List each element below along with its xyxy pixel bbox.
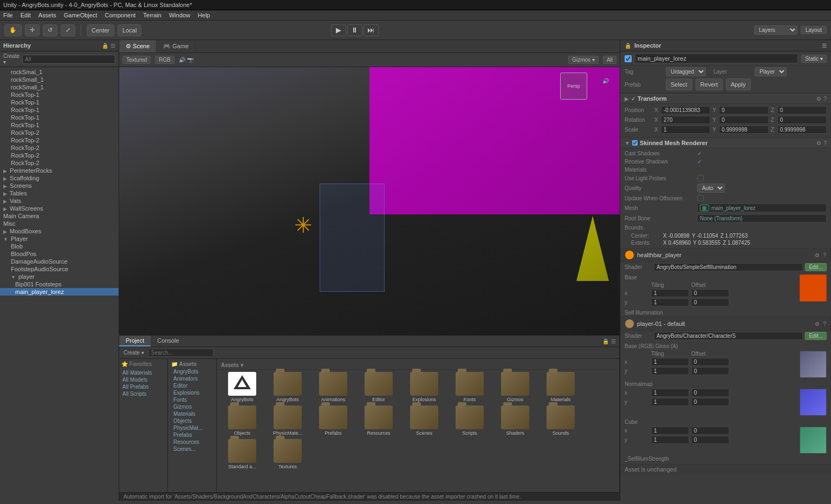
menu-file[interactable]: File (3, 12, 13, 18)
asset-item-fonts[interactable]: Fonts (449, 372, 491, 402)
base1-y-tiling[interactable] (651, 298, 689, 306)
list-item[interactable]: rockSmall_1 (0, 83, 119, 91)
list-item[interactable]: rockSmall_1 (0, 76, 119, 83)
tab-project[interactable]: Project (119, 336, 151, 346)
asset-item-editor[interactable]: Editor (358, 372, 400, 402)
list-item-screens[interactable]: ▶ Screens (0, 182, 119, 189)
project-menu-btn[interactable]: ☰ (611, 338, 616, 344)
fav-all-scripts[interactable]: All Scripts (121, 390, 165, 397)
hierarchy-create-btn[interactable]: Create ▾ (3, 53, 20, 65)
nm-x-offset[interactable] (691, 389, 729, 397)
root-bone-ref[interactable]: None (Transform) (697, 214, 827, 222)
asset-item-scripts[interactable]: Scripts (449, 405, 491, 436)
position-x-input[interactable]: -0.0001139083 (661, 106, 710, 114)
hierarchy-lock-btn[interactable]: 🔒 (102, 43, 108, 49)
menu-component[interactable]: Component (105, 12, 135, 18)
scale-z-input[interactable]: 0.9999998 (777, 126, 827, 134)
step-btn[interactable]: ⏭ (363, 24, 379, 36)
sidebar-prefabs[interactable]: Prefabs (169, 431, 215, 438)
asset-item-objects[interactable]: Objects (221, 405, 263, 436)
gizmo-cube[interactable]: Persp (560, 73, 587, 100)
nm-y-offset[interactable] (691, 398, 729, 406)
list-item[interactable]: RockTop-2 (0, 129, 119, 136)
asset-item-explosions[interactable]: Explosions (403, 372, 445, 402)
tab-scene[interactable]: ⚙ Scene (119, 40, 157, 53)
list-item-bloodpos[interactable]: BloodPos (0, 250, 119, 258)
assets-search-input[interactable] (148, 349, 213, 357)
layout-btn[interactable]: Layout (801, 26, 827, 34)
position-z-input[interactable]: 0 (777, 106, 827, 114)
list-item-wallscreens[interactable]: ▶ WallScreens (0, 205, 119, 212)
base1-x-tiling[interactable] (651, 289, 689, 297)
toolbar-textured[interactable]: Textured (122, 56, 151, 64)
cube-y-offset[interactable] (691, 436, 729, 444)
prefab-select-btn[interactable]: Select (666, 78, 692, 90)
prefab-revert-btn[interactable]: Revert (696, 78, 723, 90)
light-probes-check[interactable] (697, 175, 704, 181)
asset-item-shaders[interactable]: Shaders (494, 405, 536, 436)
sidebar-objects[interactable]: Objects (169, 417, 215, 424)
toolbar-move[interactable]: ✛ (25, 24, 40, 36)
list-item-perimeter-rocks[interactable]: ▶ PerimeterRocks (0, 167, 119, 174)
pivot-center-btn[interactable]: Center (87, 24, 114, 36)
transform-help-icon[interactable]: ? (823, 96, 827, 102)
asset-item-sounds[interactable]: Sounds (540, 405, 582, 436)
list-item-player[interactable]: ▼ Player (0, 235, 119, 243)
rotation-y-input[interactable]: 0 (719, 116, 768, 124)
hierarchy-menu-btn[interactable]: ☰ (111, 43, 115, 49)
base2-x-tiling[interactable] (651, 358, 689, 366)
scene-view[interactable]: 🔊 Persp ✳ (119, 67, 620, 335)
cube-y-tiling[interactable] (651, 436, 689, 444)
asset-item-gizmos[interactable]: Gizmos (494, 372, 536, 402)
fav-all-materials[interactable]: All Materials (121, 369, 165, 376)
material2-help-icon[interactable]: ? (823, 321, 826, 327)
fav-all-prefabs[interactable]: All Prefabs (121, 383, 165, 390)
list-item[interactable]: RockTop-2 (0, 159, 119, 167)
quality-dropdown[interactable]: Auto (697, 184, 725, 193)
static-button[interactable]: Static ▾ (801, 55, 827, 63)
asset-item-resources[interactable]: Resources (358, 405, 400, 436)
list-item-blob[interactable]: Blob (0, 243, 119, 250)
menu-window[interactable]: Window (169, 12, 190, 18)
pivot-local-btn[interactable]: Local (118, 24, 141, 36)
menu-terrain[interactable]: Terrain (143, 12, 161, 18)
transform-settings-icon[interactable]: ⚙ (816, 96, 821, 102)
material1-help-icon[interactable]: ? (823, 252, 826, 258)
position-y-input[interactable]: 0 (719, 106, 768, 114)
hierarchy-search-input[interactable] (22, 55, 115, 64)
list-item[interactable]: RockTop-1 (0, 121, 119, 129)
menu-edit[interactable]: Edit (21, 12, 31, 18)
sidebar-angrybots[interactable]: AngryBots (169, 368, 215, 375)
list-item-footstep-audio[interactable]: FootstepAudioSource (0, 265, 119, 273)
tag-dropdown[interactable]: Untagged (666, 67, 706, 76)
list-item-tables[interactable]: ▶ Tables (0, 189, 119, 197)
menu-gameobject[interactable]: GameObject (64, 12, 98, 18)
asset-item-angrybots[interactable]: AngryBots (267, 372, 309, 402)
assets-create-btn[interactable]: Create ▾ (124, 350, 144, 356)
list-item-scaffolding[interactable]: ▶ Scaffolding (0, 174, 119, 182)
cube-x-tiling[interactable] (651, 427, 689, 435)
list-item-vats[interactable]: ▶ Vats (0, 197, 119, 205)
asset-item-physmate[interactable]: PhysicMate... (267, 405, 309, 436)
rotation-x-input[interactable]: 270 (661, 116, 710, 124)
skinned-mesh-checkbox[interactable] (632, 140, 638, 146)
toolbar-rotate[interactable]: ↺ (43, 24, 57, 36)
list-item[interactable]: RockTop-2 (0, 152, 119, 159)
toolbar-scale[interactable]: ⤢ (61, 24, 75, 36)
shader2-edit-btn[interactable]: Edit... (805, 332, 827, 340)
cube-texture-select[interactable] (800, 427, 827, 454)
fav-all-models[interactable]: All Models (121, 376, 165, 383)
nm-x-tiling[interactable] (651, 389, 689, 397)
base1-y-offset[interactable] (691, 298, 729, 306)
object-name-input[interactable] (635, 54, 798, 63)
asset-item-animations[interactable]: Animations (312, 372, 354, 402)
list-item-moodboxes[interactable]: ▶ MoodBoxes (0, 227, 119, 235)
prefab-apply-btn[interactable]: Apply (726, 78, 751, 90)
base1-color-select[interactable] (800, 274, 827, 302)
object-active-checkbox[interactable] (625, 55, 632, 62)
toolbar-rgb[interactable]: RGB (155, 56, 174, 64)
material1-settings-icon[interactable]: ⚙ (815, 252, 820, 258)
asset-item-textures[interactable]: Textures (267, 439, 309, 469)
layer-dropdown[interactable]: Player (755, 67, 787, 76)
rotation-z-input[interactable]: 0 (777, 116, 827, 124)
